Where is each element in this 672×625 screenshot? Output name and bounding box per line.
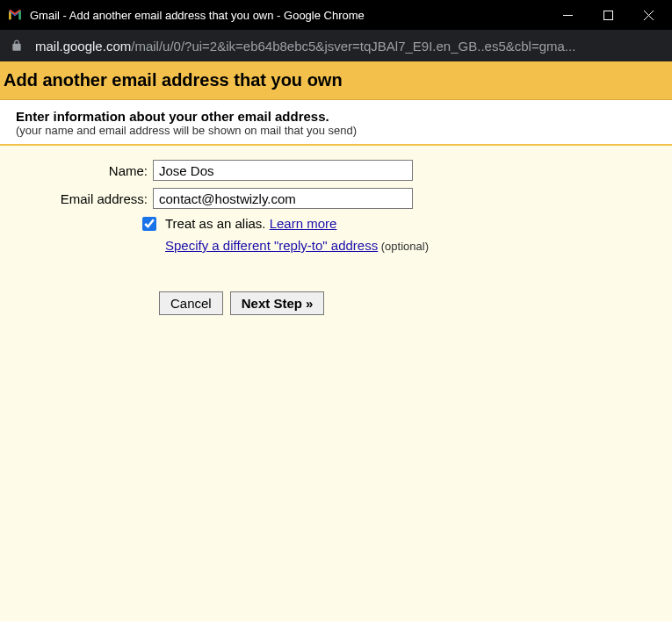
window-title: Gmail - Add another email address that y… bbox=[30, 9, 547, 22]
gmail-icon bbox=[7, 7, 23, 23]
url-host: mail.google.com bbox=[35, 39, 131, 54]
maximize-button[interactable] bbox=[588, 0, 628, 30]
minimize-button[interactable] bbox=[547, 0, 588, 30]
window-controls bbox=[547, 0, 668, 30]
page-content: Add another email address that you own E… bbox=[0, 61, 672, 625]
email-input[interactable] bbox=[153, 188, 413, 209]
next-step-button[interactable]: Next Step » bbox=[230, 291, 325, 315]
sub-header: Enter information about your other email… bbox=[0, 100, 672, 146]
alias-row: Treat as an alias. Learn more bbox=[16, 216, 656, 231]
button-row: Cancel Next Step » bbox=[16, 291, 656, 315]
lock-icon bbox=[11, 40, 23, 52]
cancel-button[interactable]: Cancel bbox=[159, 291, 223, 315]
address-bar[interactable]: mail.google.com/mail/u/0/?ui=2&ik=eb64b8… bbox=[0, 30, 672, 61]
sub-header-note: (your name and email address will be sho… bbox=[16, 124, 656, 137]
name-label: Name: bbox=[16, 163, 153, 178]
window-titlebar: Gmail - Add another email address that y… bbox=[0, 0, 672, 30]
sub-header-title: Enter information about your other email… bbox=[16, 109, 656, 124]
optional-text: (optional) bbox=[378, 240, 429, 253]
close-button[interactable] bbox=[628, 0, 668, 30]
email-label: Email address: bbox=[16, 191, 153, 206]
reply-to-link[interactable]: Specify a different "reply-to" address bbox=[165, 238, 378, 253]
page-title: Add another email address that you own bbox=[0, 61, 672, 100]
svg-rect-1 bbox=[603, 11, 612, 19]
url-path: /mail/u/0/?ui=2&ik=eb64b8ebc5&jsver=tqJB… bbox=[131, 39, 575, 54]
email-row: Email address: bbox=[16, 188, 656, 209]
form-area: Name: Email address: Treat as an alias. … bbox=[0, 146, 672, 621]
reply-to-row: Specify a different "reply-to" address (… bbox=[16, 238, 656, 253]
alias-checkbox[interactable] bbox=[142, 217, 156, 231]
alias-label: Treat as an alias. Learn more bbox=[165, 216, 336, 231]
learn-more-link[interactable]: Learn more bbox=[270, 216, 337, 231]
name-input[interactable] bbox=[153, 160, 413, 181]
name-row: Name: bbox=[16, 160, 656, 181]
url-text: mail.google.com/mail/u/0/?ui=2&ik=eb64b8… bbox=[35, 39, 661, 54]
